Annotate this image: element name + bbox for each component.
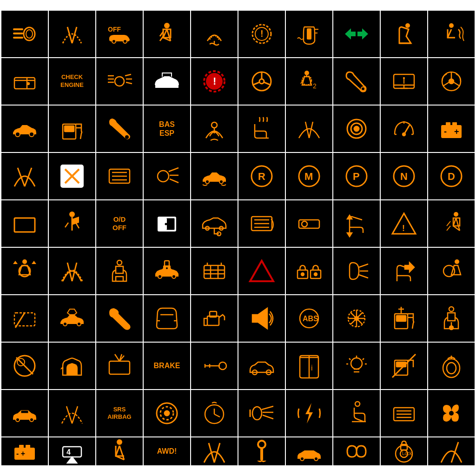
svg-line-236 (263, 415, 273, 419)
cell-r3c9 (381, 106, 427, 152)
svg-line-60 (443, 82, 449, 86)
bas-esp-label: BASESP (159, 120, 175, 138)
svg-point-111 (69, 212, 75, 217)
cell-r6c9 (381, 248, 427, 294)
cell-r8c4: BRAKE (144, 343, 190, 389)
cell-r4c3 (96, 153, 143, 199)
cell-r1c2 (49, 11, 95, 57)
cell-r10c10 (428, 437, 475, 465)
cell-r10c6 (238, 437, 285, 465)
svg-point-261 (300, 457, 304, 461)
svg-rect-196 (109, 361, 130, 374)
svg-line-95 (169, 168, 178, 172)
cell-r5c4 (144, 200, 190, 247)
svg-point-259 (259, 442, 264, 447)
svg-point-144 (117, 260, 122, 265)
cell-r1c10 (428, 11, 475, 57)
cell-r1c8 (333, 11, 380, 57)
cell-r3c1 (1, 106, 48, 152)
cell-r2c8 (333, 58, 380, 105)
cell-r3c5 (191, 106, 238, 152)
svg-line-137 (447, 226, 450, 231)
svg-point-99 (219, 180, 223, 184)
cell-r5c6 (238, 200, 285, 247)
cell-r6c8 (333, 248, 380, 294)
svg-text:N: N (400, 171, 408, 182)
cell-r2c1 (1, 58, 48, 105)
svg-text:-: - (444, 127, 447, 136)
cell-r4c5 (191, 153, 238, 199)
svg-rect-110 (14, 218, 35, 232)
cell-r8c1 (1, 343, 48, 389)
svg-point-62 (15, 132, 20, 137)
cell-r7c7: ABS (286, 295, 332, 342)
svg-rect-2 (13, 37, 23, 39)
cell-r10c9: Lock (381, 437, 427, 465)
awd-label: AWD! (157, 447, 177, 456)
cell-r1c5 (191, 11, 238, 57)
cell-r3c3 (96, 106, 143, 152)
cell-r7c1 (1, 295, 48, 342)
svg-point-191 (450, 326, 453, 330)
svg-point-76 (403, 133, 405, 136)
svg-text:2: 2 (313, 82, 317, 90)
cell-r8c6 (238, 343, 285, 389)
cell-r9c5 (191, 390, 238, 436)
svg-text:ABS: ABS (303, 315, 318, 323)
svg-point-221 (447, 363, 456, 374)
svg-text:!: ! (213, 75, 216, 87)
svg-line-86 (25, 168, 32, 186)
cell-r7c3 (96, 295, 143, 342)
cell-r10c8 (333, 437, 380, 465)
svg-line-211 (349, 358, 350, 360)
cell-r8c3 (96, 343, 143, 389)
svg-point-27 (449, 23, 454, 28)
svg-point-220 (443, 359, 460, 377)
cell-r10c2: 4 (49, 437, 95, 465)
svg-marker-157 (250, 261, 273, 281)
cell-r4c7: M (286, 153, 332, 199)
svg-marker-23 (345, 28, 356, 40)
svg-point-31 (115, 77, 124, 86)
cell-r8c7: i (286, 343, 332, 389)
svg-line-85 (18, 168, 25, 186)
svg-point-58 (449, 79, 454, 84)
cell-r7c5 (191, 295, 238, 342)
cell-r6c10 (428, 248, 475, 294)
cell-r7c2 (49, 295, 95, 342)
svg-line-225 (66, 406, 72, 423)
cell-r6c5 (191, 248, 238, 294)
cell-r3c2 (49, 106, 95, 152)
svg-point-10 (164, 23, 170, 28)
svg-marker-141 (32, 261, 36, 264)
svg-point-4 (26, 30, 33, 38)
svg-line-197 (115, 354, 119, 361)
cell-r10c3 (96, 437, 143, 465)
svg-text:R: R (258, 171, 265, 182)
cell-r8c5 (191, 343, 238, 389)
svg-point-118 (165, 223, 167, 225)
svg-point-252 (117, 439, 122, 445)
svg-point-42 (259, 79, 264, 84)
cell-r8c2 (49, 343, 95, 389)
svg-point-233 (252, 407, 262, 420)
cell-r5c8 (333, 200, 380, 247)
svg-line-97 (170, 179, 178, 183)
cell-r6c6 (238, 248, 285, 294)
cell-r7c9 (381, 295, 427, 342)
svg-line-256 (209, 443, 214, 463)
cell-r2c10 (428, 58, 475, 105)
cell-r6c1 (1, 248, 48, 294)
svg-text:4: 4 (66, 448, 71, 456)
svg-line-61 (454, 82, 460, 86)
svg-rect-82 (452, 122, 457, 126)
check-engine-label: CHECKENGINE (60, 73, 84, 89)
svg-line-34 (126, 82, 132, 84)
cell-r5c5 (191, 200, 238, 247)
cell-r10c4: AWD! (144, 437, 190, 465)
cell-r1c6: ! (238, 11, 285, 57)
svg-rect-186 (397, 316, 406, 321)
svg-rect-29 (14, 78, 35, 89)
svg-point-224 (30, 418, 33, 422)
svg-marker-24 (357, 28, 368, 40)
